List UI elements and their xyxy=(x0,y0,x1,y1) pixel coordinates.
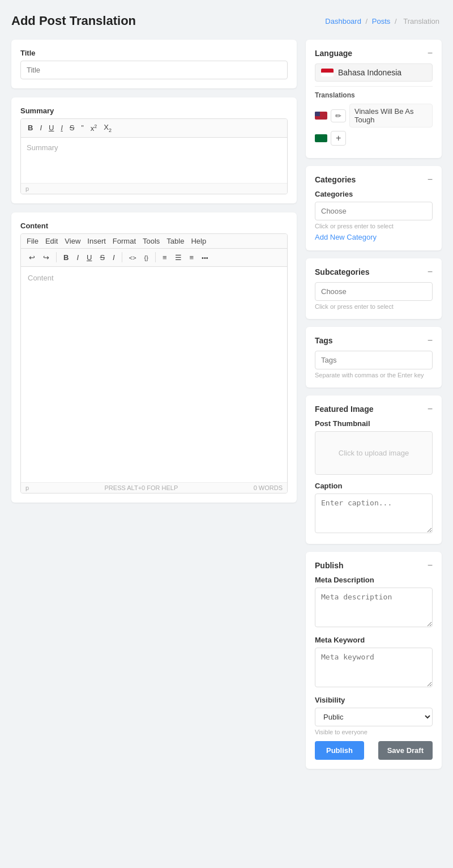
content-menubar: File Edit View Insert Format Tools Table… xyxy=(21,234,287,249)
menu-table[interactable]: Table xyxy=(166,237,184,245)
title-card: Title xyxy=(11,40,297,88)
content-italic-btn[interactable]: I xyxy=(74,252,81,263)
breadcrumb-dashboard[interactable]: Dashboard xyxy=(325,17,361,25)
language-card: Language − Bahasa Indonesia Translations… xyxy=(306,40,442,158)
summary-italic-alt-btn[interactable]: I xyxy=(58,123,65,133)
translation-row-sa: + xyxy=(315,131,433,146)
tags-toggle-btn[interactable]: − xyxy=(428,336,433,345)
language-section-title: Language xyxy=(315,49,352,58)
undo-btn[interactable] xyxy=(27,252,37,263)
breadcrumb-current: Translation xyxy=(403,17,439,25)
breadcrumb-posts[interactable]: Posts xyxy=(372,17,391,25)
summary-bold-btn[interactable]: B xyxy=(25,122,35,133)
meta-keyword-textarea[interactable] xyxy=(315,648,433,687)
visibility-helper: Visible to everyone xyxy=(315,729,433,735)
translation-add-btn-sa[interactable]: + xyxy=(331,131,346,146)
code-btn[interactable] xyxy=(127,252,139,263)
braces-btn[interactable] xyxy=(142,252,151,263)
tags-helper: Separate with commas or the Enter key xyxy=(315,372,433,378)
content-editor: File Edit View Insert Format Tools Table… xyxy=(20,233,288,493)
subcategories-card: Subcategories − Click or press enter to … xyxy=(306,258,442,319)
more-btn[interactable] xyxy=(199,252,211,263)
summary-card: Summary B I U I S " x2 X2 Summary xyxy=(11,97,297,203)
content-word-count: 0 WORDS xyxy=(254,484,283,491)
breadcrumb-sep2: / xyxy=(395,17,397,25)
menu-file[interactable]: File xyxy=(27,237,39,245)
menu-tools[interactable]: Tools xyxy=(143,237,160,245)
page-header: Add Post Translation Dashboard / Posts /… xyxy=(11,14,442,28)
categories-section-title: Categories xyxy=(315,175,356,184)
visibility-label: Visibility xyxy=(315,696,433,704)
translation-row-us: ✏ Vinales Will Be As Tough xyxy=(315,104,433,127)
categories-toggle-btn[interactable]: − xyxy=(428,175,433,184)
title-input[interactable] xyxy=(20,61,288,79)
content-italic2-btn[interactable]: I xyxy=(110,252,117,263)
caption-textarea[interactable] xyxy=(315,493,433,533)
tags-input[interactable] xyxy=(315,351,433,369)
menu-format[interactable]: Format xyxy=(113,237,136,245)
page-title: Add Post Translation xyxy=(11,14,136,28)
upload-text: Click to upload image xyxy=(339,449,409,457)
publish-button[interactable]: Publish xyxy=(315,741,364,760)
menu-insert[interactable]: Insert xyxy=(87,237,106,245)
tags-section-header: Tags − xyxy=(315,336,433,345)
summary-quote-btn[interactable]: " xyxy=(79,123,86,133)
subcategories-section-header: Subcategories − xyxy=(315,267,433,276)
subcategories-input[interactable] xyxy=(315,282,433,301)
publish-card: Publish − Meta Description Meta Keyword … xyxy=(306,552,442,769)
summary-strikethrough-btn[interactable]: S xyxy=(67,122,77,133)
language-value: Bahasa Indonesia xyxy=(338,68,401,77)
tags-card: Tags − Separate with commas or the Enter… xyxy=(306,327,442,388)
upload-image-box[interactable]: Click to upload image xyxy=(315,431,433,475)
content-footer: p PRESS ALT+0 FOR HELP 0 WORDS xyxy=(21,482,287,493)
toolbar-divider-1 xyxy=(56,252,57,262)
summary-superscript-btn[interactable]: x2 xyxy=(88,122,100,134)
content-area[interactable]: Content xyxy=(21,267,287,482)
tags-section-title: Tags xyxy=(315,336,333,345)
summary-footer: p xyxy=(21,183,287,194)
publish-toggle-btn[interactable]: − xyxy=(428,561,433,570)
flag-indonesia-icon xyxy=(321,69,334,76)
summary-area[interactable]: Summary xyxy=(21,138,287,183)
thumbnail-label: Post Thumbnail xyxy=(315,419,433,428)
left-panel: Title Summary B I U I S " x2 X2 xyxy=(11,40,297,503)
meta-description-textarea[interactable] xyxy=(315,588,433,627)
content-strike-btn[interactable]: S xyxy=(97,252,107,263)
right-panel: Language − Bahasa Indonesia Translations… xyxy=(306,40,442,769)
content-bold-btn[interactable]: B xyxy=(61,252,71,263)
categories-section-header: Categories − xyxy=(315,175,433,184)
content-underline-btn[interactable]: U xyxy=(84,252,94,263)
categories-input[interactable] xyxy=(315,202,433,220)
content-paragraph-indicator: p xyxy=(25,484,29,491)
breadcrumb: Dashboard / Posts / Translation xyxy=(325,17,442,25)
flag-sa-icon xyxy=(315,134,327,142)
align-left-btn[interactable] xyxy=(160,252,169,263)
flag-us-icon xyxy=(315,112,327,120)
summary-label: Summary xyxy=(20,107,288,115)
language-toggle-btn[interactable]: − xyxy=(428,49,433,58)
add-new-category-link[interactable]: Add New Category xyxy=(315,233,377,241)
align-center-btn[interactable] xyxy=(173,252,184,263)
translation-name-us: Vinales Will Be As Tough xyxy=(349,104,433,127)
save-draft-button[interactable]: Save Draft xyxy=(378,741,433,760)
categories-helper: Click or press enter to select xyxy=(315,223,433,229)
content-toolbar: B I U S I xyxy=(21,249,287,267)
align-right-btn[interactable] xyxy=(187,252,196,263)
featured-image-toggle-btn[interactable]: − xyxy=(428,405,433,414)
visibility-select[interactable]: Public Private Password Protected xyxy=(315,708,433,726)
translation-edit-btn-us[interactable]: ✏ xyxy=(331,109,346,122)
categories-field-label: Categories xyxy=(315,190,433,198)
subcategories-section-title: Subcategories xyxy=(315,267,369,276)
menu-edit[interactable]: Edit xyxy=(45,237,58,245)
categories-card: Categories − Categories Click or press e… xyxy=(306,166,442,250)
subcategories-toggle-btn[interactable]: − xyxy=(428,267,433,276)
content-label: Content xyxy=(20,222,288,230)
menu-view[interactable]: View xyxy=(65,237,80,245)
summary-underline-btn[interactable]: U xyxy=(46,122,56,133)
language-badge: Bahasa Indonesia xyxy=(315,63,433,82)
menu-help[interactable]: Help xyxy=(191,237,206,245)
summary-subscript-btn[interactable]: X2 xyxy=(101,122,114,134)
redo-btn[interactable] xyxy=(41,252,52,263)
summary-italic-btn[interactable]: I xyxy=(37,122,44,133)
publish-section-header: Publish − xyxy=(315,561,433,570)
